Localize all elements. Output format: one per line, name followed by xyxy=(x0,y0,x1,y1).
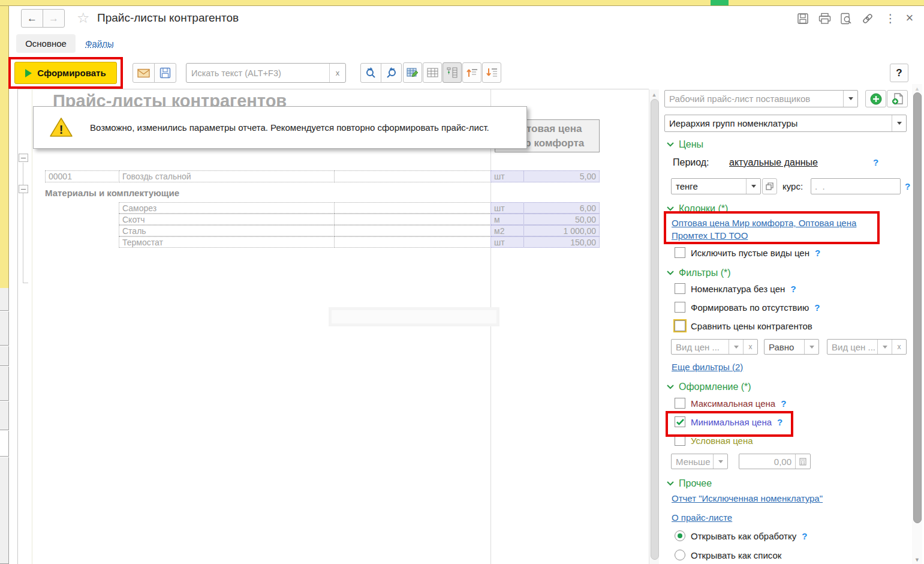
scroll-up-icon[interactable]: ▲ xyxy=(649,92,659,98)
table-cell-empty[interactable] xyxy=(334,225,491,236)
table-cell-empty[interactable] xyxy=(334,236,491,248)
cond-price-checkbox[interactable] xyxy=(675,435,685,446)
clear-icon[interactable]: x xyxy=(892,340,906,354)
table-cell-unit[interactable]: м xyxy=(490,214,524,225)
close-icon[interactable]: × xyxy=(902,10,917,26)
currency-combobox[interactable]: тенге xyxy=(671,178,761,194)
sidebar-scrollbar[interactable]: ▲ ▼ xyxy=(912,84,922,564)
exclude-empty-help[interactable]: ? xyxy=(815,248,820,258)
excluded-report-link[interactable]: Отчет "Исключенная номенклатура" xyxy=(672,493,823,503)
table-cell-unit[interactable]: шт xyxy=(490,202,524,214)
table-cell-name[interactable]: Говоздь стальной xyxy=(119,170,335,182)
find-previous-button[interactable] xyxy=(381,63,402,83)
collapse-group-button[interactable] xyxy=(19,154,28,162)
open-as-processing-radio[interactable] xyxy=(675,530,685,541)
scroll-up-icon[interactable]: ▲ xyxy=(912,86,922,92)
no-price-help[interactable]: ? xyxy=(790,284,796,294)
collapse-group-button[interactable] xyxy=(19,185,28,193)
table-cell-empty[interactable] xyxy=(334,202,491,214)
table-cell-empty[interactable] xyxy=(334,170,491,182)
table-cell-name[interactable]: Саморез xyxy=(119,202,335,214)
section-columns[interactable]: Колонки (*) xyxy=(667,203,728,214)
price-kind2-combobox[interactable]: Вид цен ... x xyxy=(827,339,907,355)
open-as-list-radio[interactable] xyxy=(675,550,685,560)
pricelist-combobox[interactable]: Рабочий прайс-лист поставщиков xyxy=(664,90,858,107)
min-price-help[interactable]: ? xyxy=(777,417,782,427)
table-cell-price[interactable]: 50,00 xyxy=(523,214,600,225)
more-filters-link[interactable]: Еще фильтры (2) xyxy=(672,362,743,372)
section-prices[interactable]: Цены xyxy=(667,139,703,150)
table-cell-name[interactable]: Скотч xyxy=(119,214,335,225)
more-menu-icon[interactable]: ⋮ xyxy=(883,10,898,26)
show-groups-button[interactable] xyxy=(443,62,462,83)
scroll-down-icon[interactable]: ▼ xyxy=(912,557,922,563)
create-pricelist-button[interactable] xyxy=(865,90,886,107)
print-icon[interactable] xyxy=(817,11,832,26)
section-filters[interactable]: Фильтры (*) xyxy=(667,268,731,278)
chevron-down-icon[interactable] xyxy=(877,340,892,354)
open-currency-button[interactable] xyxy=(762,178,777,194)
tab-files[interactable]: Файлы xyxy=(85,34,115,53)
calculator-icon[interactable] xyxy=(795,454,810,469)
chevron-down-icon[interactable] xyxy=(746,179,760,194)
search-clear-button[interactable]: x xyxy=(329,64,345,82)
price-kinds-link[interactable]: Оптовая цена Мир комфорта, Оптовая цена … xyxy=(672,217,877,242)
help-button[interactable]: ? xyxy=(890,64,908,82)
favorite-star-icon[interactable]: ☆ xyxy=(77,10,90,26)
table-cell-price[interactable]: 150,00 xyxy=(523,236,600,248)
chevron-down-icon[interactable] xyxy=(892,115,906,131)
by-absence-checkbox[interactable] xyxy=(675,302,685,313)
price-kind1-combobox[interactable]: Вид цен ... x xyxy=(671,339,758,355)
save-report-button[interactable] xyxy=(154,63,176,83)
compare-prices-checkbox[interactable] xyxy=(675,320,685,331)
hierarchy-combobox[interactable]: Иерархия групп номенклатуры xyxy=(664,115,907,132)
sidebar-scrollbar-thumb[interactable] xyxy=(913,92,922,523)
exclude-empty-checkbox[interactable] xyxy=(675,247,685,258)
table-cell-unit[interactable]: шт xyxy=(490,170,524,182)
no-price-checkbox[interactable] xyxy=(675,283,685,294)
link-icon[interactable] xyxy=(860,11,875,26)
expand-groups-button[interactable] xyxy=(482,62,501,83)
table-cell-unit[interactable]: м2 xyxy=(490,225,524,236)
table-cell-name[interactable]: Сталь xyxy=(119,225,335,236)
forward-button[interactable]: → xyxy=(43,9,65,28)
clear-icon[interactable]: x xyxy=(743,340,757,354)
condition-combobox[interactable]: Равно xyxy=(764,339,819,355)
table-cell-code[interactable]: 00001 xyxy=(45,170,119,182)
rate-help[interactable]: ? xyxy=(905,181,910,191)
report-scrollbar[interactable]: ▲ xyxy=(649,89,659,564)
table-cell-name[interactable]: Термостат xyxy=(119,236,335,248)
about-pricelist-link[interactable]: О прайс-листе xyxy=(672,512,732,523)
chevron-down-icon[interactable] xyxy=(804,340,818,354)
table-cell-price[interactable]: 1 000,00 xyxy=(523,225,600,236)
search-input[interactable] xyxy=(186,64,329,82)
table-cell-empty[interactable] xyxy=(334,214,491,225)
section-other[interactable]: Прочее xyxy=(667,478,712,489)
copy-pricelist-button[interactable] xyxy=(887,90,908,107)
send-email-button[interactable] xyxy=(133,63,155,83)
show-grid-button[interactable] xyxy=(423,62,442,83)
save-icon[interactable] xyxy=(795,11,811,26)
section-design[interactable]: Оформление (*) xyxy=(667,382,751,392)
amount-value[interactable]: 0,00 xyxy=(739,457,795,467)
chevron-down-icon[interactable] xyxy=(843,91,857,107)
less-combobox[interactable]: Меньше xyxy=(671,454,728,469)
chevron-down-icon[interactable] xyxy=(729,340,743,354)
table-cell-price[interactable]: 5,00 xyxy=(523,170,600,182)
tab-main[interactable]: Основное xyxy=(16,34,76,53)
find-next-button[interactable] xyxy=(360,63,381,83)
chevron-down-icon[interactable] xyxy=(713,454,727,469)
max-price-help[interactable]: ? xyxy=(781,398,786,409)
table-cell-price[interactable]: 6,00 xyxy=(523,202,600,214)
table-group-label[interactable]: Материалы и комплектующие xyxy=(45,188,179,198)
preview-search-icon[interactable] xyxy=(838,11,854,26)
period-link[interactable]: актуальные данные xyxy=(729,157,818,168)
report-scrollbar-thumb[interactable] xyxy=(651,99,659,560)
min-price-checkbox[interactable] xyxy=(675,416,685,427)
generate-button[interactable]: Сформировать xyxy=(14,62,117,84)
back-button[interactable]: ← xyxy=(21,9,43,28)
table-cell-unit[interactable]: шт xyxy=(490,236,524,248)
max-price-checkbox[interactable] xyxy=(675,398,685,409)
by-absence-help[interactable]: ? xyxy=(814,302,820,313)
open-as-processing-help[interactable]: ? xyxy=(802,531,807,541)
